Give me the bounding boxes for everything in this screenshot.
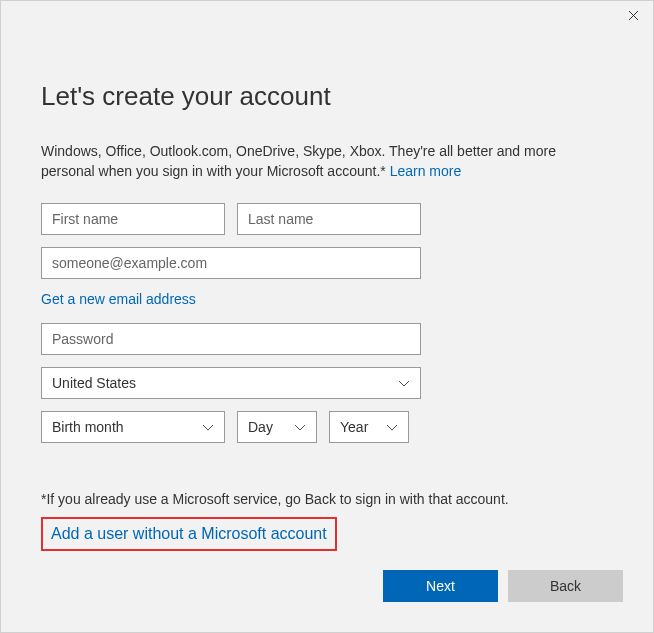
birth-year-select[interactable]: Year <box>329 411 409 443</box>
email-input[interactable] <box>41 247 421 279</box>
button-row: Next Back <box>383 570 623 602</box>
page-title: Let's create your account <box>41 81 613 112</box>
last-name-input[interactable] <box>237 203 421 235</box>
chevron-down-icon <box>294 421 306 433</box>
chevron-down-icon <box>398 377 410 389</box>
birth-month-select[interactable]: Birth month <box>41 411 225 443</box>
create-account-dialog: Let's create your account Windows, Offic… <box>0 0 654 633</box>
back-button[interactable]: Back <box>508 570 623 602</box>
close-icon <box>628 10 639 21</box>
titlebar <box>1 1 653 31</box>
country-select-value: United States <box>52 375 136 391</box>
content-area: Let's create your account Windows, Offic… <box>1 31 653 551</box>
password-input[interactable] <box>41 323 421 355</box>
birth-year-value: Year <box>340 419 368 435</box>
highlight-box: Add a user without a Microsoft account <box>41 517 337 551</box>
description-text: Windows, Office, Outlook.com, OneDrive, … <box>41 143 556 179</box>
learn-more-link[interactable]: Learn more <box>390 163 462 179</box>
add-user-without-ms-link[interactable]: Add a user without a Microsoft account <box>51 525 327 542</box>
footnote-text: *If you already use a Microsoft service,… <box>41 491 613 507</box>
birth-day-select[interactable]: Day <box>237 411 317 443</box>
chevron-down-icon <box>386 421 398 433</box>
next-button[interactable]: Next <box>383 570 498 602</box>
close-button[interactable] <box>613 1 653 29</box>
first-name-input[interactable] <box>41 203 225 235</box>
chevron-down-icon <box>202 421 214 433</box>
country-select[interactable]: United States <box>41 367 421 399</box>
birth-month-value: Birth month <box>52 419 124 435</box>
description: Windows, Office, Outlook.com, OneDrive, … <box>41 142 613 181</box>
get-new-email-link[interactable]: Get a new email address <box>41 291 613 307</box>
birth-day-value: Day <box>248 419 273 435</box>
